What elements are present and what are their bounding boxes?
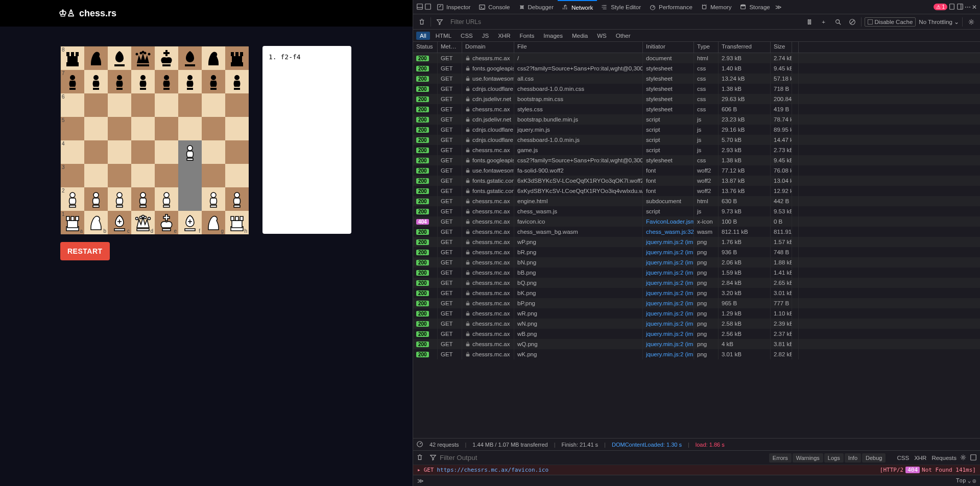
square-a7[interactable]: 7 xyxy=(61,70,84,93)
square-f6[interactable] xyxy=(178,93,202,117)
tab-style-editor[interactable]: Style Editor xyxy=(597,0,645,14)
square-g7[interactable] xyxy=(202,70,225,93)
disable-cache-checkbox[interactable]: Disable Cache xyxy=(865,17,916,27)
square-e4[interactable] xyxy=(155,140,178,164)
square-h2[interactable] xyxy=(225,187,249,211)
filter-output-input[interactable] xyxy=(440,454,593,461)
more-tabs-icon[interactable]: ≫ xyxy=(775,4,782,11)
square-c1[interactable]: c xyxy=(108,211,131,234)
request-row[interactable]: 200GETchessrs.mc.axbQ.pngjquery.min.js:2… xyxy=(413,278,980,288)
filter-chip-ws[interactable]: WS xyxy=(593,32,610,40)
request-row[interactable]: 200GETchessrs.mc.axbN.pngjquery.min.js:2… xyxy=(413,257,980,268)
square-d2[interactable] xyxy=(131,187,155,211)
request-row[interactable]: 200GETfonts.gstatic.com6xKydSBYKcSV-LCoe… xyxy=(413,186,980,196)
piece-wp[interactable] xyxy=(227,189,247,209)
console-prompt[interactable]: ≫ Top ⌄ ◎ xyxy=(413,475,980,486)
square-e1[interactable]: e xyxy=(155,211,178,234)
console-tab-debug[interactable]: Debug xyxy=(862,453,886,463)
console-lang-xhr[interactable]: XHR xyxy=(914,455,926,461)
square-f2[interactable] xyxy=(178,187,202,211)
piece-wp[interactable] xyxy=(180,142,200,162)
square-d6[interactable] xyxy=(131,93,155,117)
square-h3[interactable] xyxy=(225,164,249,187)
square-e3[interactable] xyxy=(155,164,178,187)
request-row[interactable]: 200GETchessrs.mc.axchess_wasm_bg.wasmche… xyxy=(413,227,980,237)
piece-wr[interactable] xyxy=(62,212,83,233)
request-row[interactable]: 200GETchessrs.mc.axwK.pngjquery.min.js:2… xyxy=(413,349,980,359)
column-header-size[interactable]: Size xyxy=(771,42,792,53)
throttling-select[interactable]: No Throttling ⌄ xyxy=(919,18,959,26)
request-row[interactable]: 200GETuse.fontawesom...fa-solid-900.woff… xyxy=(413,165,980,176)
square-g1[interactable]: g xyxy=(202,211,225,234)
dock-side-icon[interactable] xyxy=(957,3,964,11)
square-h8[interactable] xyxy=(225,46,249,70)
request-row[interactable]: 200GETchessrs.mc.axbP.pngjquery.min.js:2… xyxy=(413,298,980,308)
request-row[interactable]: 200GETchessrs.mc.axchess_wasm.jsscriptjs… xyxy=(413,206,980,216)
column-header-method[interactable]: Method xyxy=(438,42,462,53)
square-c3[interactable] xyxy=(108,164,131,187)
square-g8[interactable] xyxy=(202,46,225,70)
square-b3[interactable] xyxy=(84,164,108,187)
square-f8[interactable] xyxy=(178,46,202,70)
piece-wp[interactable] xyxy=(156,189,177,209)
column-header-status[interactable]: Status xyxy=(413,42,438,53)
console-lang-requests[interactable]: Requests xyxy=(931,455,957,461)
square-f4[interactable] xyxy=(178,140,202,164)
filter-chip-other[interactable]: Other xyxy=(612,32,634,40)
console-tab-logs[interactable]: Logs xyxy=(824,453,844,463)
tab-performance[interactable]: Performance xyxy=(645,0,697,14)
square-b2[interactable] xyxy=(84,187,108,211)
request-row[interactable]: 200GETchessrs.mc.axgame.jsscriptjs2.93 k… xyxy=(413,145,980,155)
square-b5[interactable] xyxy=(84,117,108,140)
square-h1[interactable]: h xyxy=(225,211,249,234)
square-d1[interactable]: d xyxy=(131,211,155,234)
piece-br[interactable] xyxy=(62,48,83,68)
square-f1[interactable]: f xyxy=(178,211,202,234)
square-g2[interactable] xyxy=(202,187,225,211)
square-h7[interactable] xyxy=(225,70,249,93)
funnel-icon[interactable] xyxy=(429,454,437,462)
dock-icon[interactable] xyxy=(416,3,423,11)
piece-bb[interactable] xyxy=(109,48,130,68)
console-error-line[interactable]: ▸ GET https://chessrs.mc.ax/favicon.ico … xyxy=(413,465,980,475)
request-row[interactable]: 200GETchessrs.mc.ax/documenthtml2.93 kB2… xyxy=(413,53,980,63)
responsive-icon[interactable] xyxy=(948,3,955,11)
request-row[interactable]: 200GETuse.fontawesom...all.cssstylesheet… xyxy=(413,74,980,84)
square-g5[interactable] xyxy=(202,117,225,140)
request-row[interactable]: 200GETfonts.googleapis....css2?family=So… xyxy=(413,63,980,74)
pause-icon[interactable] xyxy=(804,16,815,28)
piece-wb[interactable] xyxy=(109,212,130,233)
square-e8[interactable] xyxy=(155,46,178,70)
square-e6[interactable] xyxy=(155,93,178,117)
square-g4[interactable] xyxy=(202,140,225,164)
perf-icon[interactable] xyxy=(416,441,423,449)
request-row[interactable]: 200GETchessrs.mc.axbK.pngjquery.min.js:2… xyxy=(413,288,980,298)
square-a6[interactable]: 6 xyxy=(61,93,84,117)
piece-bq[interactable] xyxy=(133,48,153,68)
square-c7[interactable] xyxy=(108,70,131,93)
piece-bn[interactable] xyxy=(203,48,224,68)
tab-memory[interactable]: Memory xyxy=(697,0,736,14)
column-header-waterfall[interactable] xyxy=(792,42,799,53)
square-g3[interactable] xyxy=(202,164,225,187)
filter-url-input[interactable] xyxy=(448,17,625,27)
square-b7[interactable] xyxy=(84,70,108,93)
column-header-domain[interactable]: Domain xyxy=(462,42,514,53)
square-b6[interactable] xyxy=(84,93,108,117)
square-d4[interactable] xyxy=(131,140,155,164)
square-a1[interactable]: 1a xyxy=(61,211,84,234)
request-row[interactable]: 200GETchessrs.mc.axwB.pngjquery.min.js:2… xyxy=(413,329,980,339)
square-g6[interactable] xyxy=(202,93,225,117)
piece-wk[interactable] xyxy=(156,212,177,233)
square-a3[interactable]: 3 xyxy=(61,164,84,187)
chessboard[interactable]: 87654321abcdefgh xyxy=(60,46,248,234)
column-header-transferred[interactable]: Transferred xyxy=(719,42,771,53)
tab-debugger[interactable]: Debugger xyxy=(514,0,558,14)
piece-wn[interactable] xyxy=(86,212,106,233)
square-a4[interactable]: 4 xyxy=(61,140,84,164)
square-c5[interactable] xyxy=(108,117,131,140)
piece-br[interactable] xyxy=(227,48,247,68)
column-header-initiator[interactable]: Initiator xyxy=(643,42,694,53)
piece-bp[interactable] xyxy=(133,71,153,92)
funnel-icon[interactable] xyxy=(434,16,445,28)
